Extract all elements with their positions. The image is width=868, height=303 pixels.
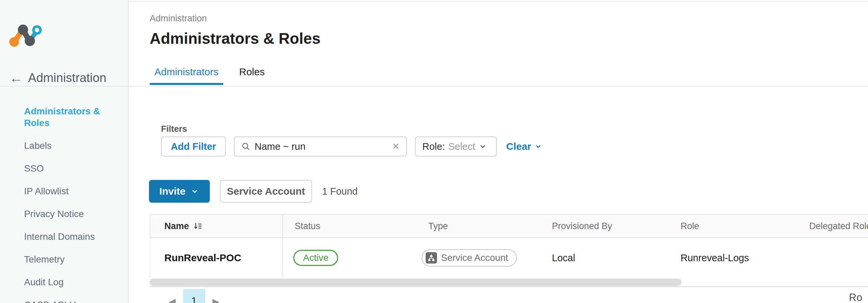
invite-button[interactable]: Invite (149, 180, 210, 203)
name-filter-input[interactable] (255, 141, 388, 152)
role-filter-label: Role: (422, 141, 445, 152)
arrow-left-icon: ← (9, 71, 23, 85)
sidebar-item-internal-domains[interactable]: Internal Domains (24, 231, 114, 243)
sidebar-item-privacy-notice[interactable]: Privacy Notice (24, 208, 114, 220)
header-divider (0, 86, 868, 87)
horizontal-scrollbar[interactable] (150, 279, 682, 286)
sidebar-item-telemetry[interactable]: Telemetry (24, 253, 114, 265)
service-account-button[interactable]: Service Account (220, 180, 312, 203)
rows-per-page-partial-label: Ro (849, 292, 862, 303)
sidebar-item-audit-log[interactable]: Audit Log (24, 276, 114, 288)
app-root: ← Administration Administrators & Roles … (0, 0, 868, 303)
sidebar-back-button[interactable]: ← Administration (9, 71, 106, 85)
admins-table: Name Status Type Provisioned By Role D (150, 214, 868, 278)
cell-type: Service Account (416, 238, 540, 278)
sidebar-back-label: Administration (28, 71, 106, 85)
cell-name: RunReveal-POC (150, 238, 283, 278)
sidebar-item-sso[interactable]: SSO (24, 163, 114, 174)
close-icon[interactable]: ✕ (392, 141, 400, 152)
column-header-role: Role (669, 215, 798, 238)
cell-delegated-role (798, 238, 868, 278)
filter-row: Add Filter ✕ Role: Select Clear (161, 136, 542, 157)
name-filter-box: ✕ (234, 136, 407, 157)
pagination: ◀ 1 ▶ (169, 289, 219, 303)
tab-bar: Administrators Roles (150, 66, 267, 85)
cell-role: Runreveal-Logs (669, 238, 798, 278)
previous-page-icon[interactable]: ◀ (169, 292, 176, 303)
table-header-row: Name Status Type Provisioned By Role D (150, 214, 868, 238)
result-count: 1 Found (322, 186, 358, 197)
sidebar-item-labels[interactable]: Labels (24, 140, 114, 152)
chevron-down-icon (478, 142, 487, 151)
column-header-type: Type (416, 215, 540, 238)
filters-section-label: Filters (161, 124, 187, 134)
sidebar: ← Administration Administrators & Roles … (0, 0, 129, 303)
add-filter-label: Add Filter (171, 141, 216, 152)
page-number-button[interactable]: 1 (183, 289, 205, 303)
breadcrumb: Administration (150, 13, 207, 24)
tab-roles[interactable]: Roles (237, 66, 268, 85)
service-account-label: Service Account (227, 186, 305, 197)
search-icon (241, 142, 251, 151)
table-bottom-border (150, 286, 868, 287)
column-header-name[interactable]: Name (150, 215, 283, 238)
cell-provisioned-by: Local (540, 238, 669, 278)
status-badge: Active (293, 250, 338, 266)
sidebar-item-administrators-roles[interactable]: Administrators & Roles (24, 105, 114, 129)
type-badge: Service Account (422, 249, 517, 267)
column-header-status: Status (283, 215, 416, 238)
clear-filters-button[interactable]: Clear (506, 141, 542, 152)
column-header-delegated-role: Delegated Role (798, 215, 868, 238)
page-title: Administrators & Roles (150, 29, 320, 48)
column-header-provisioned-by: Provisioned By (540, 215, 669, 238)
add-filter-button[interactable]: Add Filter (161, 136, 226, 157)
action-row: Invite Service Account 1 Found (149, 180, 358, 203)
cell-status: Active (283, 238, 416, 278)
sidebar-nav: Administrators & Roles Labels SSO IP All… (24, 105, 114, 303)
sidebar-item-casb-api[interactable]: CASB API H (24, 299, 114, 303)
service-account-icon (426, 252, 437, 264)
clear-filters-label: Clear (506, 141, 531, 152)
table-row[interactable]: RunReveal-POC Active (150, 238, 868, 278)
chevron-down-icon (534, 142, 542, 151)
top-border (129, 1, 868, 2)
next-page-icon[interactable]: ▶ (213, 292, 219, 303)
chevron-down-icon (190, 187, 199, 196)
invite-label: Invite (159, 186, 185, 197)
role-filter-value: Select (448, 141, 475, 152)
main-content: Administration Administrators & Roles Ad… (129, 0, 868, 303)
role-filter-dropdown[interactable]: Role: Select (415, 136, 497, 157)
tab-administrators[interactable]: Administrators (150, 66, 223, 85)
netskope-logo-icon[interactable] (9, 19, 42, 48)
sort-descending-icon (193, 221, 203, 231)
sidebar-item-ip-allowlist[interactable]: IP Allowlist (24, 185, 114, 197)
